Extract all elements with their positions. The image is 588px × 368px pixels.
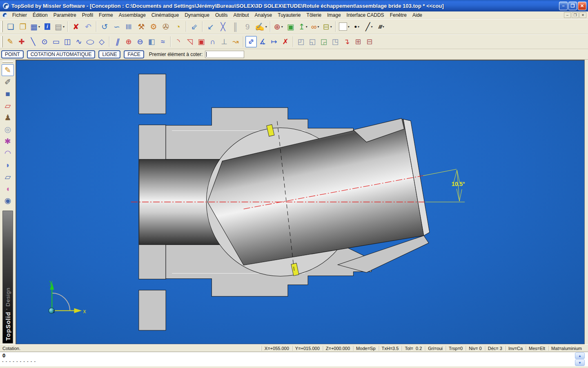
gauge-bars-button[interactable]: ║	[229, 20, 241, 33]
sketch-contour-button[interactable]: ✎	[4, 36, 16, 47]
menu-interface-cadds[interactable]: Interface CADDS	[344, 12, 387, 18]
slot-button[interactable]: ⊖	[134, 36, 146, 47]
arch-slot-button[interactable]: ∩	[207, 36, 218, 47]
cad-canvas[interactable]: 10.5° y x z	[16, 60, 584, 344]
spline-button[interactable]: ∿	[73, 36, 85, 47]
frame-button[interactable]: ◫	[62, 36, 73, 47]
zoom-plus-dropdown-arrow-icon[interactable]: ▾	[281, 25, 283, 29]
ligne-filter-button[interactable]: LIGNE	[98, 50, 120, 58]
menu-attribut[interactable]: Attribut	[231, 12, 252, 18]
angle-dimension-button[interactable]: ∡	[257, 36, 268, 47]
command-history-panel[interactable]: 0 - - - - - - - - - - ▲ ▼	[0, 352, 588, 366]
assembly-bed-button[interactable]: ◱	[307, 36, 318, 47]
restore-button[interactable]: ❐	[568, 2, 577, 10]
fillet-button[interactable]: ◝	[173, 36, 184, 47]
solid-box-button[interactable]: ■	[2, 88, 14, 100]
menu-param-tre[interactable]: Paramètre	[51, 12, 79, 18]
measure-angle-button[interactable]: ╳	[217, 20, 229, 33]
toolbar-gripper[interactable]	[1, 21, 3, 33]
kinematic-link-button[interactable]: ◳	[330, 36, 341, 47]
print-dropdown-arrow-icon[interactable]: ▾	[63, 25, 65, 29]
document-info-button[interactable]: i	[41, 20, 53, 33]
delete-button[interactable]: ✘	[70, 20, 82, 33]
menu-profil[interactable]: Profil	[79, 12, 96, 18]
attributes-palette-button[interactable]: ✱	[2, 135, 14, 147]
menu-t-lerie[interactable]: Tôlerie	[304, 12, 325, 18]
pan-view-button[interactable]: ↥▾	[297, 20, 309, 33]
dimension-button[interactable]: ⇕	[245, 36, 257, 47]
assembly-include-button[interactable]: ◰	[295, 36, 307, 47]
print-button[interactable]: ▤▾	[53, 20, 66, 33]
dimension-table-button[interactable]: ⊞	[352, 36, 364, 47]
menu-cin-matique[interactable]: Cinématique	[149, 12, 182, 18]
hatch-style-button[interactable]: ///▾	[375, 20, 388, 33]
modify-element-button[interactable]: ∽	[111, 20, 123, 33]
menu-forme[interactable]: Forme	[96, 12, 116, 18]
move-dimension-button[interactable]: ↦	[268, 36, 280, 47]
dimension-annotation[interactable]: 10.5°	[423, 169, 465, 202]
assembly-drive-button[interactable]: ◲	[318, 36, 330, 47]
measure-nine-button[interactable]: 9	[241, 20, 254, 33]
delete-constraint-button[interactable]: ✗	[280, 36, 291, 47]
sketch-2d-button[interactable]: ✎	[2, 64, 14, 76]
bom-link-button[interactable]: ↴	[341, 36, 352, 47]
prompt-input[interactable]	[205, 51, 244, 58]
bolt-display-button[interactable]: ⊟▾	[321, 20, 334, 33]
bolt-display-dropdown-arrow-icon[interactable]: ▾	[330, 25, 332, 29]
menu-image[interactable]: Image	[324, 12, 343, 18]
mdi-restore-button[interactable]: ❐	[572, 12, 579, 18]
menu-dynamique[interactable]: Dynamique	[182, 12, 212, 18]
reset-ring-button[interactable]: ◔	[172, 20, 184, 33]
boolean-trim-button[interactable]: ▣	[196, 36, 207, 47]
zoom-plus-button[interactable]: ⊕▾	[272, 20, 285, 33]
menu-fen-tre[interactable]: Fenêtre	[387, 12, 410, 18]
parallel-lines-button[interactable]: ∥	[111, 36, 123, 47]
polygon-button[interactable]: ◇	[96, 36, 107, 47]
extend-curve-button[interactable]: ↝	[230, 36, 241, 47]
open-document-button[interactable]: ❐	[17, 20, 29, 33]
point-style-button[interactable]: •▾	[351, 20, 363, 33]
menu-outils[interactable]: Outils	[212, 12, 231, 18]
scroll-down-button[interactable]: ▼	[575, 359, 585, 366]
measure-distance-button[interactable]: ↙	[205, 20, 217, 33]
sketch-3d-button[interactable]: ✐	[2, 76, 14, 88]
point-filter-button[interactable]: POINT	[1, 50, 24, 58]
part-flange-plate-bottom[interactable]	[139, 290, 166, 330]
surface-shape-button[interactable]: ▱	[2, 100, 14, 112]
smart-point-zero-button[interactable]: ⇙	[188, 20, 200, 33]
zoom-fit-button[interactable]: ▣	[285, 20, 297, 33]
pipe-elbow-button[interactable]: ◗	[2, 159, 14, 171]
pan-view-dropdown-arrow-icon[interactable]: ▾	[306, 25, 307, 29]
small-tool-button[interactable]: ✇	[160, 20, 172, 33]
chamfer-button[interactable]: ◹	[184, 36, 196, 47]
circle-button[interactable]: ⊙	[39, 36, 50, 47]
ellipse-button[interactable]: ◯	[85, 36, 96, 47]
save-dropdown-arrow-icon[interactable]: ▾	[38, 25, 40, 29]
drill-tool-button[interactable]: ♟	[2, 112, 14, 123]
rectangle-button[interactable]: ▭	[50, 36, 62, 47]
menu-assemblage[interactable]: Assemblage	[116, 12, 149, 18]
dimension-list-button[interactable]: ⊟	[364, 36, 375, 47]
color-swatch-button[interactable]: ▾	[338, 20, 351, 33]
toolbar-gripper[interactable]	[2, 61, 13, 63]
line-button[interactable]: ╲	[27, 36, 39, 47]
menu-analyse[interactable]: Analyse	[252, 12, 275, 18]
verify-hand-dropdown-arrow-icon[interactable]: ▾	[265, 25, 267, 29]
toolbar-gripper[interactable]	[1, 36, 3, 47]
bend-surface-button[interactable]: ◠	[2, 147, 14, 159]
color-swatch-dropdown-arrow-icon[interactable]: ▾	[348, 25, 350, 29]
part-flange-plate-top[interactable]	[139, 74, 166, 114]
minimize-button[interactable]: –	[559, 2, 568, 10]
menu-aide[interactable]: Aide	[410, 12, 425, 18]
hatch-style-dropdown-arrow-icon[interactable]: ▾	[383, 25, 384, 29]
line-style-dropdown-arrow-icon[interactable]: ▾	[371, 25, 372, 29]
undo-button[interactable]: ↶	[82, 20, 94, 33]
edit-context-button[interactable]: ↺	[98, 20, 111, 33]
bearing-ring-button[interactable]: ◎	[2, 123, 14, 135]
scroll-up-button[interactable]: ▲	[575, 352, 585, 359]
menu-fichier[interactable]: Fichier	[9, 12, 30, 18]
mold-shell-button[interactable]: ◖	[2, 183, 14, 195]
point-style-dropdown-arrow-icon[interactable]: ▾	[358, 25, 359, 29]
new-document-button[interactable]: ❏	[4, 20, 17, 33]
line-style-button[interactable]: ╱▾	[363, 20, 375, 33]
